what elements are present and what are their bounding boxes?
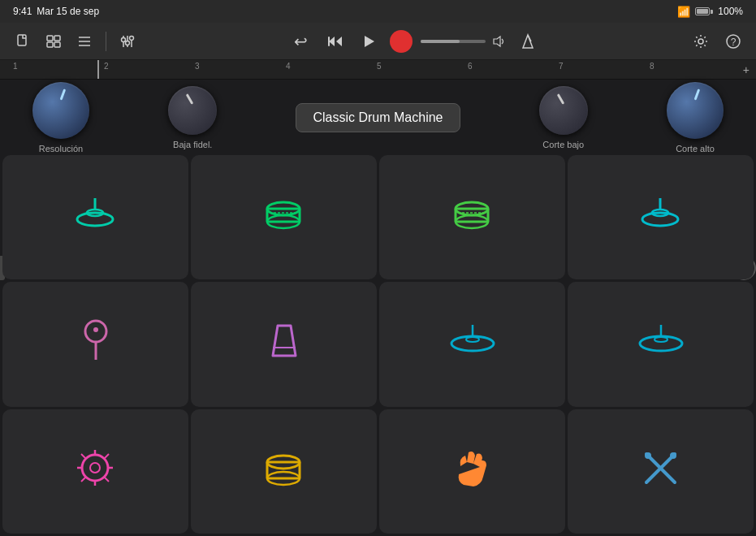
svg-point-11 [126, 41, 130, 45]
svg-point-35 [642, 213, 678, 226]
drum-pad-grid [0, 153, 756, 536]
divider-1 [106, 32, 106, 51]
pad-hihat-closed[interactable] [2, 155, 188, 279]
svg-point-46 [654, 337, 667, 342]
tracks-view-button[interactable] [41, 28, 67, 54]
svg-rect-0 [18, 35, 26, 45]
play-button[interactable] [356, 28, 382, 54]
svg-rect-1 [47, 36, 53, 41]
cymbal-2-icon [637, 323, 685, 365]
baja-fidel-knob[interactable] [168, 86, 217, 135]
undo-button[interactable]: ↩ [287, 28, 313, 54]
ruler-mark-8: 8 [650, 62, 654, 71]
svg-point-9 [122, 37, 126, 41]
svg-marker-17 [365, 36, 374, 47]
toolbar: ↩ ? [0, 23, 756, 60]
svg-marker-18 [494, 37, 500, 46]
svg-rect-15 [328, 37, 330, 46]
cymbal-1-icon [448, 323, 497, 365]
svg-line-55 [104, 477, 109, 482]
ruler-mark-3: 3 [195, 62, 200, 71]
svg-point-63 [645, 452, 651, 459]
ruler-mark-5: 5 [377, 62, 382, 71]
pad-maraca[interactable] [2, 282, 188, 406]
corte-bajo-label: Corte bajo [542, 140, 584, 149]
volume-slider[interactable] [421, 40, 486, 43]
question-icon: ? [725, 33, 741, 50]
svg-point-40 [93, 327, 98, 332]
svg-line-56 [104, 454, 109, 459]
controls-row: Resolución Baja fidel. Classic Drum Mach… [0, 80, 756, 153]
metronome-icon [520, 33, 536, 50]
status-right: 📶 100% [677, 6, 743, 18]
pad-clap[interactable] [379, 409, 565, 534]
corte-alto-knob-group: Corte alto [667, 82, 724, 153]
maraca-icon [76, 319, 116, 370]
pad-snare-2[interactable] [379, 155, 565, 279]
svg-point-45 [640, 336, 682, 351]
resolucion-knob[interactable] [32, 82, 89, 139]
hihat-2-icon [638, 197, 683, 239]
rewind-button[interactable] [322, 28, 348, 54]
ruler-mark-2: 2 [104, 62, 109, 71]
pad-snare-1[interactable] [191, 155, 377, 279]
bass-drum-icon [261, 446, 306, 496]
svg-point-43 [466, 337, 479, 342]
battery-icon [695, 7, 713, 15]
toolbar-left [10, 28, 140, 54]
pad-bass-drum[interactable] [191, 409, 377, 534]
ruler-marks: 1 2 3 4 5 6 7 8 [6, 60, 750, 79]
svg-point-13 [130, 36, 134, 40]
pad-sticks[interactable] [568, 409, 754, 534]
hihat-closed-icon [73, 197, 118, 239]
svg-text:?: ? [731, 37, 737, 48]
pad-cowbell[interactable] [191, 282, 377, 406]
corte-alto-knob[interactable] [667, 82, 724, 139]
baja-fidel-label: Baja fidel. [173, 140, 212, 149]
svg-rect-59 [267, 462, 300, 478]
sticks-icon [638, 446, 683, 496]
clap-icon [452, 446, 493, 496]
svg-rect-3 [47, 42, 53, 47]
svg-point-64 [670, 452, 676, 459]
settings-button[interactable] [688, 28, 714, 54]
add-track-button[interactable]: + [743, 63, 750, 76]
svg-point-24 [77, 213, 113, 226]
resolucion-knob-group: Resolución [32, 82, 89, 153]
corte-bajo-knob-group: Corte bajo [539, 86, 588, 149]
time: 9:41 [13, 6, 32, 17]
svg-rect-2 [54, 36, 60, 41]
preset-name-label[interactable]: Classic Drum Machine [296, 103, 460, 132]
snare-2-icon [450, 192, 495, 243]
date: Mar 15 de sep [37, 6, 99, 17]
svg-rect-4 [54, 42, 60, 47]
battery-pct: 100% [718, 6, 743, 17]
volume-icon [492, 34, 507, 49]
ruler-mark-1: 1 [13, 62, 18, 71]
volume-fill [421, 40, 460, 43]
status-bar: 9:41 Mar 15 de sep 📶 100% [0, 0, 756, 23]
metronome-button[interactable] [515, 28, 541, 54]
pad-cymbal-1[interactable] [379, 282, 565, 406]
wifi-icon: 📶 [677, 6, 690, 18]
mixer-button[interactable] [114, 28, 140, 54]
pad-tom[interactable] [2, 409, 188, 534]
ruler-mark-6: 6 [468, 62, 473, 71]
svg-point-53 [90, 463, 100, 473]
new-document-button[interactable] [10, 28, 36, 54]
pad-hihat-2[interactable] [568, 155, 754, 279]
tom-icon [73, 446, 118, 496]
gear-icon [693, 33, 709, 50]
record-button[interactable] [390, 30, 413, 53]
svg-point-21 [698, 39, 703, 44]
pad-cymbal-2[interactable] [568, 282, 754, 406]
svg-point-42 [451, 336, 494, 351]
help-button[interactable]: ? [720, 28, 746, 54]
status-left: 9:41 Mar 15 de sep [13, 6, 99, 17]
corte-bajo-knob[interactable] [539, 86, 588, 135]
toolbar-right: ? [688, 28, 746, 54]
svg-marker-19 [523, 35, 533, 48]
toolbar-center: ↩ [287, 28, 541, 54]
list-view-button[interactable] [71, 28, 97, 54]
snare-1-icon [261, 192, 306, 243]
